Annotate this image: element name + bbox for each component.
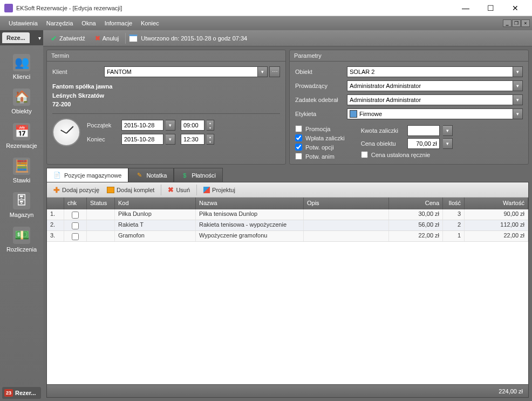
- approve-label: Zatwierdź: [59, 35, 85, 42]
- recznie-checkbox-row[interactable]: Cena ustalona ręcznie: [361, 151, 453, 158]
- koniec-date-input[interactable]: [121, 134, 163, 145]
- mdi-restore-button[interactable]: ❐: [512, 19, 521, 27]
- pencil-icon: ✎: [135, 172, 143, 179]
- tab-content: ✚Dodaj pozycję Dodaj komplet ✖Usuń Proje…: [46, 182, 529, 398]
- zadatek-dropdown[interactable]: ▾: [513, 94, 523, 105]
- sidebar-footer: 23 Rezer...: [0, 385, 43, 401]
- sidebar-tab[interactable]: Reze...: [2, 32, 30, 43]
- obiekt-dropdown[interactable]: ▾: [513, 66, 523, 77]
- prowadzacy-dropdown[interactable]: ▾: [513, 80, 523, 91]
- cena-obiektu-dropdown[interactable]: ▾: [443, 138, 453, 149]
- nav-label: Klienci: [1, 73, 42, 80]
- koniec-time-input[interactable]: [181, 134, 204, 145]
- tab-platnosci[interactable]: $ Płatności: [174, 168, 223, 182]
- menu-narzedzia[interactable]: Narzędzia: [42, 18, 78, 29]
- col-chk[interactable]: chk: [64, 198, 87, 209]
- col-nazwa[interactable]: Nazwa: [196, 198, 304, 209]
- poczatek-time-spinner[interactable]: ▴▾: [207, 120, 214, 131]
- promocja-checkbox[interactable]: [295, 125, 302, 132]
- delete-button[interactable]: ✖Usuń: [165, 184, 193, 195]
- table-row[interactable]: 2. Rakieta T Rakieta tenisowa - wypożycz…: [47, 220, 528, 231]
- col-opis[interactable]: Opis: [304, 198, 389, 209]
- cancel-button[interactable]: ✖ Anuluj: [92, 33, 122, 43]
- col-status[interactable]: Status: [87, 198, 115, 209]
- add-set-button[interactable]: Dodaj komplet: [104, 185, 158, 195]
- cancel-label: Anuluj: [103, 35, 119, 42]
- klient-dropdown-button[interactable]: ▾: [258, 66, 268, 77]
- potwopcji-checkbox-row[interactable]: Potw. opcji: [295, 144, 345, 151]
- col-ilosc[interactable]: Ilość: [443, 198, 465, 209]
- tab-notatka[interactable]: ✎ Notatka: [128, 168, 174, 182]
- kwota-input[interactable]: [407, 125, 440, 136]
- zadatek-input[interactable]: [347, 94, 513, 105]
- promocja-checkbox-row[interactable]: Promocja: [295, 125, 345, 132]
- row-checkbox[interactable]: [72, 233, 79, 240]
- klient-browse-button[interactable]: ⋯: [269, 66, 280, 77]
- minimize-button[interactable]: —: [453, 0, 478, 16]
- potwanim-checkbox-row[interactable]: Potw. anim: [295, 153, 345, 160]
- poczatek-date-dropdown[interactable]: ▾: [166, 120, 175, 131]
- clock-icon: [52, 118, 80, 146]
- app-icon: [4, 4, 13, 12]
- poczatek-time-input[interactable]: [181, 120, 204, 131]
- sidebar-footer-button[interactable]: 23 Rezer...: [2, 387, 41, 399]
- obiekt-input[interactable]: [347, 66, 513, 77]
- nav-stawki[interactable]: 🧮 Stawki: [0, 154, 43, 189]
- sidebar-caret-icon[interactable]: ▾: [38, 35, 41, 41]
- nav-magazyn[interactable]: 🗄 Magazyn: [0, 189, 43, 223]
- sidebar: Reze... ▾ 👥 Klienci 🏠 Obiekty 📅 Rezerwac…: [0, 30, 43, 401]
- nav-label: Magazyn: [1, 212, 42, 218]
- nav-label: Rozliczenia: [1, 246, 42, 253]
- addr-line2: Leśnych Skrzatów: [52, 91, 280, 100]
- nav-klienci[interactable]: 👥 Klienci: [0, 51, 43, 85]
- menu-okna[interactable]: Okna: [77, 18, 100, 29]
- nav-rozliczenia[interactable]: 💵 Rozliczenia: [0, 223, 43, 258]
- col-cena[interactable]: Cena: [389, 198, 443, 209]
- poczatek-date-input[interactable]: [121, 120, 163, 131]
- nav-obiekty[interactable]: 🏠 Obiekty: [0, 85, 43, 120]
- prowadzacy-input[interactable]: [347, 80, 513, 91]
- mdi-close-button[interactable]: ×: [521, 19, 530, 27]
- add-position-button[interactable]: ✚Dodaj pozycję: [50, 184, 103, 196]
- etykieta-input[interactable]: Firmowe: [347, 108, 513, 119]
- row-checkbox[interactable]: [72, 222, 79, 229]
- col-num[interactable]: [47, 198, 64, 209]
- warehouse-icon: 🗄: [13, 192, 30, 209]
- table-row[interactable]: 3. Gramofon Wypożyczenie gramofonu 22,00…: [47, 231, 528, 242]
- cena-obiektu-input[interactable]: [407, 138, 440, 149]
- approve-button[interactable]: ✔ Zatwierdź: [47, 33, 88, 44]
- etykieta-label: Etykieta: [295, 111, 347, 117]
- menu-informacje[interactable]: Informacje: [100, 18, 137, 29]
- nav-label: Rezerwacje: [1, 142, 42, 149]
- etykieta-dropdown[interactable]: ▾: [513, 108, 523, 119]
- created-info: Utworzono dn: 2015-10-28 o godz 07:34: [141, 35, 247, 42]
- col-wartosc[interactable]: Wartość: [465, 198, 528, 209]
- grid-header: chk Status Kod Nazwa Opis Cena Ilość War…: [47, 198, 528, 209]
- klient-label: Klient: [52, 69, 104, 75]
- calendar-small-icon: 23: [4, 389, 13, 397]
- grid-body[interactable]: 1. Piłka Dunlop Piłka tenisowa Dunlop 30…: [47, 209, 528, 384]
- maximize-button[interactable]: ☐: [478, 0, 503, 16]
- menu-koniec[interactable]: Koniec: [137, 18, 163, 29]
- tab-pozycje[interactable]: 📄 Pozycje magazynowe: [46, 168, 128, 182]
- koniec-time-spinner[interactable]: ▴▾: [207, 134, 214, 145]
- wplata-checkbox-row[interactable]: Wpłata zaliczki: [295, 134, 345, 141]
- sidebar-tabstrip: Reze... ▾: [0, 30, 43, 45]
- recznie-checkbox[interactable]: [361, 151, 368, 158]
- potwanim-checkbox[interactable]: [295, 153, 302, 160]
- koniec-date-dropdown[interactable]: ▾: [166, 134, 175, 145]
- table-row[interactable]: 1. Piłka Dunlop Piłka tenisowa Dunlop 30…: [47, 209, 528, 220]
- close-button[interactable]: ✕: [503, 0, 528, 16]
- potwopcji-checkbox[interactable]: [295, 144, 302, 151]
- klient-input[interactable]: [104, 66, 258, 77]
- mdi-minimize-button[interactable]: ‗: [503, 19, 511, 27]
- menu-ustawienia[interactable]: Ustawienia: [4, 18, 42, 29]
- design-button[interactable]: Projektuj: [200, 185, 238, 195]
- row-checkbox[interactable]: [72, 212, 79, 219]
- col-kod[interactable]: Kod: [115, 198, 196, 209]
- sidebar-footer-label: Rezer...: [15, 390, 36, 396]
- grid-total: 224,00 zł: [499, 388, 523, 395]
- kwota-dropdown[interactable]: ▾: [443, 125, 453, 136]
- wplata-checkbox[interactable]: [295, 134, 302, 141]
- nav-rezerwacje[interactable]: 📅 Rezerwacje: [0, 120, 43, 154]
